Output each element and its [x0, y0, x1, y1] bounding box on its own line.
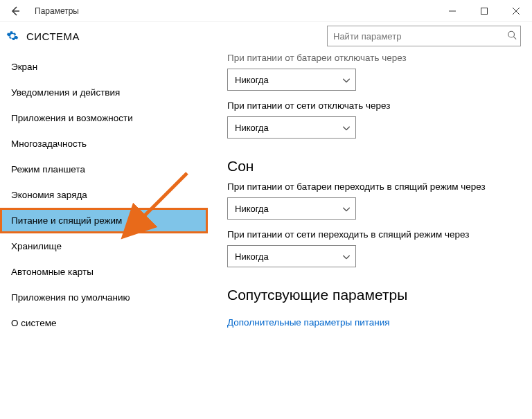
window-controls	[436, 0, 532, 22]
sidebar-item-label: Экран	[11, 62, 37, 72]
search-icon	[507, 30, 517, 42]
select-value: Никогда	[235, 204, 269, 214]
maximize-icon	[481, 8, 488, 15]
sidebar: Экран Уведомления и действия Приложения …	[0, 50, 208, 419]
arrow-left-icon	[10, 6, 21, 17]
sidebar-item-about[interactable]: О системе	[0, 310, 208, 336]
sidebar-item-label: Хранилище	[11, 241, 62, 251]
select-value: Никогда	[235, 75, 269, 85]
sidebar-item-label: Уведомления и действия	[11, 87, 120, 98]
window-title: Параметры	[30, 6, 79, 16]
maximize-button[interactable]	[468, 0, 500, 22]
search-input[interactable]	[327, 26, 521, 46]
related-heading: Сопутсвующие параметры	[227, 287, 524, 303]
sidebar-item-storage[interactable]: Хранилище	[0, 233, 208, 259]
content-area: При питании от батареи отключать через Н…	[208, 50, 532, 419]
screen-off-ac-label: При питании от сети отключать через	[227, 100, 524, 111]
sidebar-item-label: Экономия заряда	[11, 190, 87, 200]
sidebar-item-notifications[interactable]: Уведомления и действия	[0, 80, 208, 105]
gear-icon	[6, 29, 19, 43]
sidebar-item-label: Приложения и возможности	[11, 113, 133, 123]
chevron-down-icon	[343, 204, 350, 214]
screen-off-battery-label: При питании от батареи отключать через	[227, 53, 524, 63]
chevron-down-icon	[343, 123, 350, 133]
sidebar-item-apps[interactable]: Приложения и возможности	[0, 105, 208, 131]
titlebar: Параметры	[0, 0, 532, 22]
close-icon	[513, 8, 520, 15]
header: СИСТЕМА	[0, 22, 532, 50]
minimize-icon	[449, 8, 456, 15]
sidebar-item-display[interactable]: Экран	[0, 54, 208, 80]
select-value: Никогда	[235, 123, 269, 133]
page-heading: СИСТЕМА	[26, 30, 80, 42]
sidebar-item-power-sleep[interactable]: Питание и спящий режим	[0, 208, 208, 233]
sleep-battery-select[interactable]: Никогда	[227, 197, 356, 220]
sleep-ac-select[interactable]: Никогда	[227, 245, 356, 267]
sidebar-item-label: О системе	[11, 318, 57, 328]
svg-point-1	[508, 31, 515, 37]
screen-off-battery-select[interactable]: Никогда	[227, 69, 356, 91]
sleep-battery-label: При питании от батареи переходить в спящ…	[227, 181, 524, 192]
close-button[interactable]	[500, 0, 532, 22]
sidebar-item-default-apps[interactable]: Приложения по умолчанию	[0, 285, 208, 310]
sidebar-item-tablet[interactable]: Режим планшета	[0, 157, 208, 182]
sleep-heading: Сон	[227, 158, 524, 175]
back-button[interactable]	[0, 0, 30, 22]
search-wrap	[327, 26, 521, 46]
chevron-down-icon	[343, 251, 350, 262]
select-value: Никогда	[235, 251, 269, 262]
minimize-button[interactable]	[436, 0, 468, 22]
screen-off-ac-select[interactable]: Никогда	[227, 116, 356, 139]
additional-power-link[interactable]: Дополнительные параметры питания	[227, 317, 390, 328]
sidebar-item-label: Питание и спящий режим	[11, 215, 122, 226]
svg-rect-0	[481, 8, 488, 14]
sidebar-item-label: Приложения по умолчанию	[11, 292, 130, 303]
sleep-ac-label: При питании от сети переходить в спящий …	[227, 229, 524, 240]
sidebar-item-label: Режим планшета	[11, 164, 85, 175]
sidebar-item-label: Многозадачность	[11, 139, 87, 149]
chevron-down-icon	[343, 75, 350, 85]
sidebar-item-label: Автономные карты	[11, 267, 94, 277]
sidebar-item-offline-maps[interactable]: Автономные карты	[0, 259, 208, 285]
sidebar-item-battery[interactable]: Экономия заряда	[0, 182, 208, 208]
sidebar-item-multitasking[interactable]: Многозадачность	[0, 131, 208, 157]
